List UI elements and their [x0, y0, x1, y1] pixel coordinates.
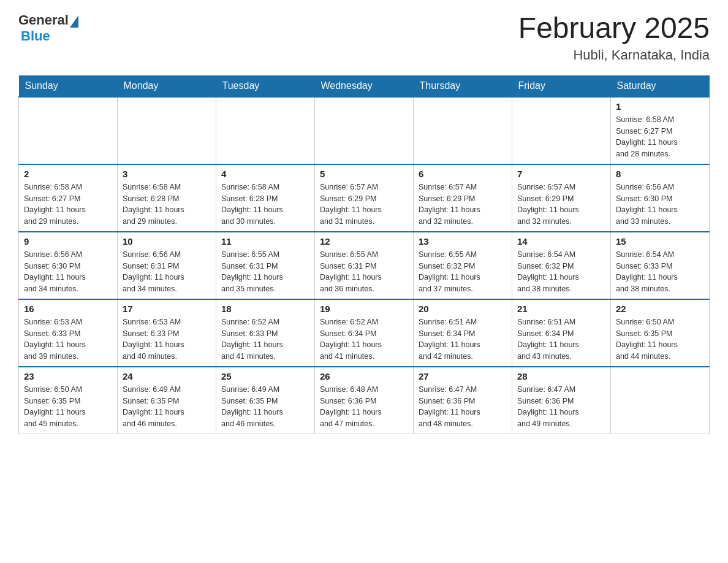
calendar-cell: 25Sunrise: 6:49 AM Sunset: 6:35 PM Dayli… [216, 367, 315, 434]
day-sun-info: Sunrise: 6:48 AM Sunset: 6:36 PM Dayligh… [320, 384, 408, 430]
calendar-cell: 16Sunrise: 6:53 AM Sunset: 6:33 PM Dayli… [19, 299, 118, 367]
day-number: 16 [24, 304, 112, 314]
day-sun-info: Sunrise: 6:51 AM Sunset: 6:34 PM Dayligh… [517, 316, 605, 362]
day-number: 24 [123, 371, 211, 381]
logo: General Blue [18, 12, 80, 44]
calendar-week-row: 16Sunrise: 6:53 AM Sunset: 6:33 PM Dayli… [19, 299, 710, 367]
day-sun-info: Sunrise: 6:56 AM Sunset: 6:30 PM Dayligh… [616, 182, 704, 228]
day-sun-info: Sunrise: 6:58 AM Sunset: 6:28 PM Dayligh… [221, 182, 309, 228]
logo-blue-text: Blue [21, 28, 50, 44]
day-sun-info: Sunrise: 6:57 AM Sunset: 6:29 PM Dayligh… [517, 182, 605, 228]
calendar-cell: 7Sunrise: 6:57 AM Sunset: 6:29 PM Daylig… [512, 164, 611, 232]
calendar-cell: 20Sunrise: 6:51 AM Sunset: 6:34 PM Dayli… [414, 299, 512, 367]
calendar-cell: 21Sunrise: 6:51 AM Sunset: 6:34 PM Dayli… [512, 299, 611, 367]
day-sun-info: Sunrise: 6:50 AM Sunset: 6:35 PM Dayligh… [24, 384, 112, 430]
day-of-week-header: Sunday [19, 75, 118, 97]
day-of-week-header: Friday [512, 75, 611, 97]
calendar-cell [118, 97, 216, 164]
calendar-cell [19, 97, 118, 164]
day-number: 3 [123, 169, 211, 179]
day-number: 7 [517, 169, 605, 179]
calendar-cell [315, 97, 414, 164]
calendar-cell [414, 97, 512, 164]
day-sun-info: Sunrise: 6:49 AM Sunset: 6:35 PM Dayligh… [123, 384, 211, 430]
day-sun-info: Sunrise: 6:53 AM Sunset: 6:33 PM Dayligh… [24, 316, 112, 362]
calendar-header-row: SundayMondayTuesdayWednesdayThursdayFrid… [19, 75, 710, 97]
calendar-cell: 1Sunrise: 6:58 AM Sunset: 6:27 PM Daylig… [611, 97, 710, 164]
location-subtitle: Hubli, Karnataka, India [518, 47, 710, 63]
day-of-week-header: Tuesday [216, 75, 315, 97]
day-number: 5 [320, 169, 408, 179]
day-sun-info: Sunrise: 6:49 AM Sunset: 6:35 PM Dayligh… [221, 384, 309, 430]
calendar-cell: 24Sunrise: 6:49 AM Sunset: 6:35 PM Dayli… [118, 367, 216, 434]
day-sun-info: Sunrise: 6:54 AM Sunset: 6:32 PM Dayligh… [517, 249, 605, 295]
day-number: 10 [123, 236, 211, 247]
day-number: 28 [517, 371, 605, 381]
calendar-cell: 27Sunrise: 6:47 AM Sunset: 6:36 PM Dayli… [414, 367, 512, 434]
calendar-cell: 18Sunrise: 6:52 AM Sunset: 6:33 PM Dayli… [216, 299, 315, 367]
calendar-cell: 17Sunrise: 6:53 AM Sunset: 6:33 PM Dayli… [118, 299, 216, 367]
day-number: 15 [616, 236, 704, 247]
day-sun-info: Sunrise: 6:57 AM Sunset: 6:29 PM Dayligh… [320, 182, 408, 228]
day-of-week-header: Wednesday [315, 75, 414, 97]
day-number: 18 [221, 304, 309, 314]
day-number: 4 [221, 169, 309, 179]
day-sun-info: Sunrise: 6:57 AM Sunset: 6:29 PM Dayligh… [419, 182, 507, 228]
day-number: 9 [24, 236, 112, 247]
day-sun-info: Sunrise: 6:58 AM Sunset: 6:28 PM Dayligh… [123, 182, 211, 228]
day-number: 8 [616, 169, 704, 179]
day-sun-info: Sunrise: 6:52 AM Sunset: 6:34 PM Dayligh… [320, 316, 408, 362]
calendar-week-row: 1Sunrise: 6:58 AM Sunset: 6:27 PM Daylig… [19, 97, 710, 164]
day-sun-info: Sunrise: 6:51 AM Sunset: 6:34 PM Dayligh… [419, 316, 507, 362]
day-number: 22 [616, 304, 704, 314]
calendar-cell [512, 97, 611, 164]
day-number: 13 [419, 236, 507, 247]
calendar-cell: 10Sunrise: 6:56 AM Sunset: 6:31 PM Dayli… [118, 232, 216, 299]
day-number: 2 [24, 169, 112, 179]
calendar-table: SundayMondayTuesdayWednesdayThursdayFrid… [18, 75, 710, 435]
day-number: 12 [320, 236, 408, 247]
calendar-cell: 22Sunrise: 6:50 AM Sunset: 6:35 PM Dayli… [611, 299, 710, 367]
calendar-cell [216, 97, 315, 164]
calendar-cell: 3Sunrise: 6:58 AM Sunset: 6:28 PM Daylig… [118, 164, 216, 232]
day-number: 14 [517, 236, 605, 247]
day-number: 1 [616, 101, 704, 112]
calendar-cell: 8Sunrise: 6:56 AM Sunset: 6:30 PM Daylig… [611, 164, 710, 232]
calendar-week-row: 23Sunrise: 6:50 AM Sunset: 6:35 PM Dayli… [19, 367, 710, 434]
calendar-cell: 4Sunrise: 6:58 AM Sunset: 6:28 PM Daylig… [216, 164, 315, 232]
page-header: General Blue February 2025 Hubli, Karnat… [18, 12, 710, 63]
day-sun-info: Sunrise: 6:47 AM Sunset: 6:36 PM Dayligh… [517, 384, 605, 430]
day-of-week-header: Monday [118, 75, 216, 97]
day-sun-info: Sunrise: 6:56 AM Sunset: 6:31 PM Dayligh… [123, 249, 211, 295]
day-number: 6 [419, 169, 507, 179]
day-sun-info: Sunrise: 6:52 AM Sunset: 6:33 PM Dayligh… [221, 316, 309, 362]
calendar-cell [611, 367, 710, 434]
calendar-week-row: 9Sunrise: 6:56 AM Sunset: 6:30 PM Daylig… [19, 232, 710, 299]
day-sun-info: Sunrise: 6:56 AM Sunset: 6:30 PM Dayligh… [24, 249, 112, 295]
calendar-cell: 13Sunrise: 6:55 AM Sunset: 6:32 PM Dayli… [414, 232, 512, 299]
calendar-cell: 19Sunrise: 6:52 AM Sunset: 6:34 PM Dayli… [315, 299, 414, 367]
logo-triangle-icon [70, 15, 78, 28]
day-sun-info: Sunrise: 6:58 AM Sunset: 6:27 PM Dayligh… [616, 114, 704, 160]
day-number: 20 [419, 304, 507, 314]
day-number: 19 [320, 304, 408, 314]
day-sun-info: Sunrise: 6:47 AM Sunset: 6:36 PM Dayligh… [419, 384, 507, 430]
calendar-cell: 14Sunrise: 6:54 AM Sunset: 6:32 PM Dayli… [512, 232, 611, 299]
day-number: 27 [419, 371, 507, 381]
day-number: 23 [24, 371, 112, 381]
day-sun-info: Sunrise: 6:55 AM Sunset: 6:31 PM Dayligh… [320, 249, 408, 295]
day-sun-info: Sunrise: 6:53 AM Sunset: 6:33 PM Dayligh… [123, 316, 211, 362]
day-number: 21 [517, 304, 605, 314]
day-number: 26 [320, 371, 408, 381]
logo-general-text: General [18, 12, 69, 28]
day-number: 25 [221, 371, 309, 381]
day-sun-info: Sunrise: 6:54 AM Sunset: 6:33 PM Dayligh… [616, 249, 704, 295]
title-block: February 2025 Hubli, Karnataka, India [518, 12, 710, 63]
calendar-cell: 15Sunrise: 6:54 AM Sunset: 6:33 PM Dayli… [611, 232, 710, 299]
day-sun-info: Sunrise: 6:55 AM Sunset: 6:32 PM Dayligh… [419, 249, 507, 295]
day-sun-info: Sunrise: 6:50 AM Sunset: 6:35 PM Dayligh… [616, 316, 704, 362]
calendar-cell: 23Sunrise: 6:50 AM Sunset: 6:35 PM Dayli… [19, 367, 118, 434]
calendar-cell: 9Sunrise: 6:56 AM Sunset: 6:30 PM Daylig… [19, 232, 118, 299]
month-year-title: February 2025 [518, 12, 710, 45]
day-sun-info: Sunrise: 6:58 AM Sunset: 6:27 PM Dayligh… [24, 182, 112, 228]
